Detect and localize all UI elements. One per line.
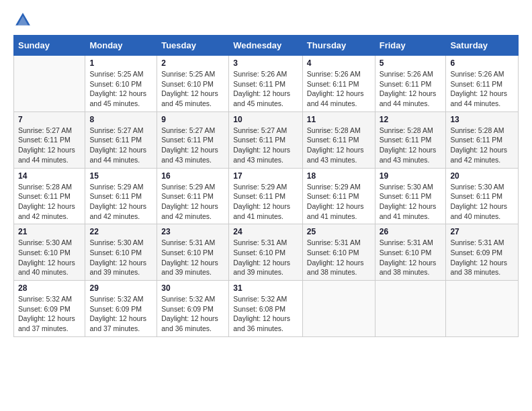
header-tuesday: Tuesday [157, 36, 229, 56]
day-cell: 5Sunrise: 5:26 AMSunset: 6:11 PMDaylight… [375, 56, 446, 112]
day-cell: 11Sunrise: 5:28 AMSunset: 6:11 PMDayligh… [302, 111, 375, 168]
day-info: Sunrise: 5:28 AMSunset: 6:11 PMDaylight:… [18, 182, 81, 222]
day-number: 3 [233, 58, 298, 68]
day-info: Sunrise: 5:31 AMSunset: 6:10 PMDaylight:… [161, 238, 224, 277]
day-number: 9 [161, 115, 224, 124]
day-cell: 4Sunrise: 5:26 AMSunset: 6:11 PMDaylight… [302, 56, 375, 112]
day-cell: 19Sunrise: 5:30 AMSunset: 6:11 PMDayligh… [375, 168, 446, 224]
day-info: Sunrise: 5:32 AMSunset: 6:08 PMDaylight:… [233, 294, 298, 334]
day-info: Sunrise: 5:31 AMSunset: 6:10 PMDaylight:… [233, 238, 298, 277]
week-row-1: 7Sunrise: 5:27 AMSunset: 6:11 PMDaylight… [14, 111, 519, 168]
day-cell: 27Sunrise: 5:31 AMSunset: 6:09 PMDayligh… [446, 224, 519, 281]
week-row-4: 28Sunrise: 5:32 AMSunset: 6:09 PMDayligh… [14, 281, 519, 337]
day-cell: 14Sunrise: 5:28 AMSunset: 6:11 PMDayligh… [14, 168, 85, 224]
day-cell [302, 281, 375, 337]
day-info: Sunrise: 5:30 AMSunset: 6:10 PMDaylight:… [18, 238, 81, 277]
day-info: Sunrise: 5:25 AMSunset: 6:10 PMDaylight:… [161, 69, 224, 109]
day-cell: 26Sunrise: 5:31 AMSunset: 6:10 PMDayligh… [375, 224, 446, 281]
day-cell: 30Sunrise: 5:32 AMSunset: 6:09 PMDayligh… [157, 281, 229, 337]
day-number: 23 [161, 227, 224, 236]
day-number: 8 [89, 115, 152, 124]
day-number: 20 [450, 171, 514, 181]
day-cell: 17Sunrise: 5:29 AMSunset: 6:11 PMDayligh… [229, 168, 303, 224]
day-number: 4 [307, 58, 371, 68]
day-cell [375, 281, 446, 337]
day-info: Sunrise: 5:32 AMSunset: 6:09 PMDaylight:… [18, 294, 81, 334]
day-info: Sunrise: 5:29 AMSunset: 6:11 PMDaylight:… [307, 182, 371, 222]
day-number: 18 [307, 171, 371, 181]
day-info: Sunrise: 5:32 AMSunset: 6:09 PMDaylight:… [89, 294, 152, 334]
day-cell: 6Sunrise: 5:26 AMSunset: 6:11 PMDaylight… [446, 56, 519, 112]
header-sunday: Sunday [14, 36, 85, 56]
day-info: Sunrise: 5:30 AMSunset: 6:11 PMDaylight:… [380, 182, 442, 222]
header-monday: Monday [85, 36, 157, 56]
day-info: Sunrise: 5:25 AMSunset: 6:10 PMDaylight:… [89, 69, 152, 109]
day-cell: 31Sunrise: 5:32 AMSunset: 6:08 PMDayligh… [229, 281, 303, 337]
logo [13, 11, 35, 30]
day-cell: 24Sunrise: 5:31 AMSunset: 6:10 PMDayligh… [229, 224, 303, 281]
day-number: 13 [450, 115, 514, 124]
day-number: 2 [161, 58, 224, 68]
day-number: 31 [233, 283, 298, 293]
day-number: 12 [380, 115, 442, 124]
day-number: 16 [161, 171, 224, 181]
day-cell: 20Sunrise: 5:30 AMSunset: 6:11 PMDayligh… [446, 168, 519, 224]
day-cell: 13Sunrise: 5:28 AMSunset: 6:11 PMDayligh… [446, 111, 519, 168]
day-cell [446, 281, 519, 337]
calendar-body: 1Sunrise: 5:25 AMSunset: 6:10 PMDaylight… [14, 56, 519, 337]
day-info: Sunrise: 5:31 AMSunset: 6:10 PMDaylight:… [380, 238, 442, 277]
header [13, 11, 519, 30]
header-row: Sunday Monday Tuesday Wednesday Thursday… [14, 36, 519, 56]
day-number: 26 [380, 227, 442, 236]
day-number: 21 [18, 227, 81, 236]
week-row-0: 1Sunrise: 5:25 AMSunset: 6:10 PMDaylight… [14, 56, 519, 112]
day-number: 22 [89, 227, 152, 236]
day-cell: 18Sunrise: 5:29 AMSunset: 6:11 PMDayligh… [302, 168, 375, 224]
day-number: 27 [450, 227, 514, 236]
day-number: 30 [161, 283, 224, 293]
day-info: Sunrise: 5:26 AMSunset: 6:11 PMDaylight:… [450, 69, 514, 109]
day-info: Sunrise: 5:27 AMSunset: 6:11 PMDaylight:… [89, 126, 152, 165]
day-info: Sunrise: 5:32 AMSunset: 6:09 PMDaylight:… [161, 294, 224, 334]
day-info: Sunrise: 5:31 AMSunset: 6:09 PMDaylight:… [450, 238, 514, 277]
day-number: 10 [233, 115, 298, 124]
calendar-table: Sunday Monday Tuesday Wednesday Thursday… [13, 35, 519, 337]
day-info: Sunrise: 5:30 AMSunset: 6:11 PMDaylight:… [450, 182, 514, 222]
day-cell: 7Sunrise: 5:27 AMSunset: 6:11 PMDaylight… [14, 111, 85, 168]
day-number: 24 [233, 227, 298, 236]
day-info: Sunrise: 5:28 AMSunset: 6:11 PMDaylight:… [450, 126, 514, 165]
day-number: 6 [450, 58, 514, 68]
day-cell: 16Sunrise: 5:29 AMSunset: 6:11 PMDayligh… [157, 168, 229, 224]
day-info: Sunrise: 5:27 AMSunset: 6:11 PMDaylight:… [18, 126, 81, 165]
day-info: Sunrise: 5:29 AMSunset: 6:11 PMDaylight:… [161, 182, 224, 222]
logo-icon [13, 11, 32, 30]
day-cell: 3Sunrise: 5:26 AMSunset: 6:11 PMDaylight… [229, 56, 303, 112]
day-number: 15 [89, 171, 152, 181]
day-number: 14 [18, 171, 81, 181]
day-cell: 12Sunrise: 5:28 AMSunset: 6:11 PMDayligh… [375, 111, 446, 168]
week-row-2: 14Sunrise: 5:28 AMSunset: 6:11 PMDayligh… [14, 168, 519, 224]
week-row-3: 21Sunrise: 5:30 AMSunset: 6:10 PMDayligh… [14, 224, 519, 281]
day-info: Sunrise: 5:29 AMSunset: 6:11 PMDaylight:… [89, 182, 152, 222]
day-cell: 22Sunrise: 5:30 AMSunset: 6:10 PMDayligh… [85, 224, 157, 281]
day-cell: 25Sunrise: 5:31 AMSunset: 6:10 PMDayligh… [302, 224, 375, 281]
day-cell: 9Sunrise: 5:27 AMSunset: 6:11 PMDaylight… [157, 111, 229, 168]
day-cell: 21Sunrise: 5:30 AMSunset: 6:10 PMDayligh… [14, 224, 85, 281]
day-cell: 2Sunrise: 5:25 AMSunset: 6:10 PMDaylight… [157, 56, 229, 112]
header-thursday: Thursday [302, 36, 375, 56]
day-info: Sunrise: 5:29 AMSunset: 6:11 PMDaylight:… [233, 182, 298, 222]
day-number: 5 [380, 58, 442, 68]
day-info: Sunrise: 5:27 AMSunset: 6:11 PMDaylight:… [161, 126, 224, 165]
day-cell: 15Sunrise: 5:29 AMSunset: 6:11 PMDayligh… [85, 168, 157, 224]
day-info: Sunrise: 5:28 AMSunset: 6:11 PMDaylight:… [380, 126, 442, 165]
day-number: 17 [233, 171, 298, 181]
day-info: Sunrise: 5:27 AMSunset: 6:11 PMDaylight:… [233, 126, 298, 165]
header-friday: Friday [375, 36, 446, 56]
day-info: Sunrise: 5:28 AMSunset: 6:11 PMDaylight:… [307, 126, 371, 165]
day-cell [14, 56, 85, 112]
header-wednesday: Wednesday [229, 36, 303, 56]
day-number: 28 [18, 283, 81, 293]
day-info: Sunrise: 5:30 AMSunset: 6:10 PMDaylight:… [89, 238, 152, 277]
header-saturday: Saturday [446, 36, 519, 56]
day-cell: 8Sunrise: 5:27 AMSunset: 6:11 PMDaylight… [85, 111, 157, 168]
